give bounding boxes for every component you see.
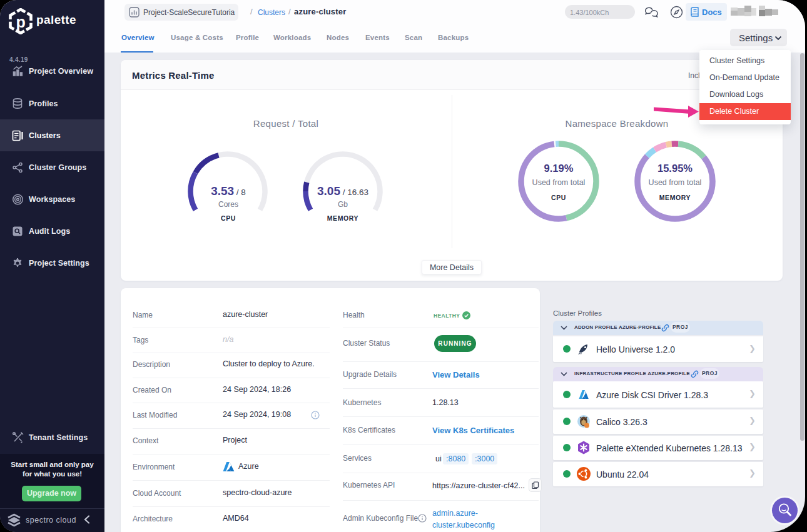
svg-text:p: p: [16, 13, 26, 31]
